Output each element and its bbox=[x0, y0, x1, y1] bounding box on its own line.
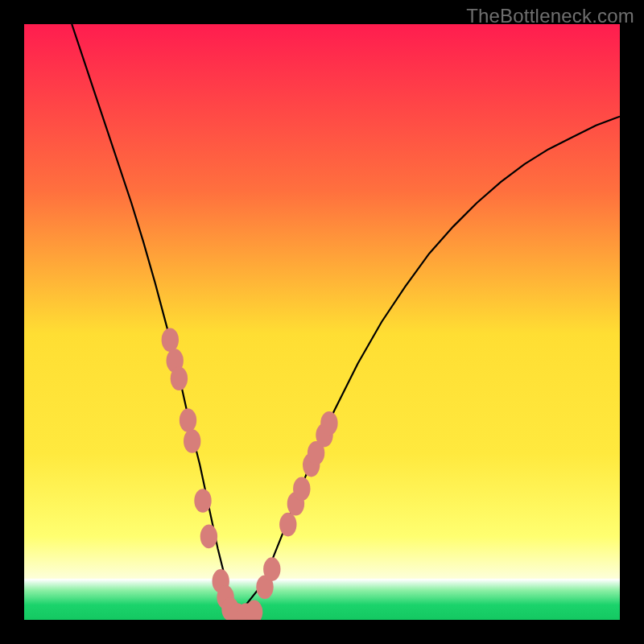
marker-point bbox=[171, 367, 188, 391]
marker-point bbox=[184, 429, 200, 453]
marker-point bbox=[162, 328, 179, 352]
marker-point bbox=[293, 477, 310, 501]
gradient-background bbox=[24, 24, 620, 620]
marker-point bbox=[263, 557, 280, 581]
marker-point bbox=[180, 408, 196, 432]
marker-point bbox=[194, 489, 211, 513]
outer-frame: TheBottleneck.com bbox=[0, 0, 644, 644]
plot-area bbox=[24, 24, 620, 620]
marker-point bbox=[320, 411, 337, 436]
marker-point bbox=[200, 525, 217, 549]
marker-point bbox=[279, 513, 296, 537]
chart-svg bbox=[24, 24, 620, 620]
watermark-text: TheBottleneck.com bbox=[466, 5, 634, 27]
